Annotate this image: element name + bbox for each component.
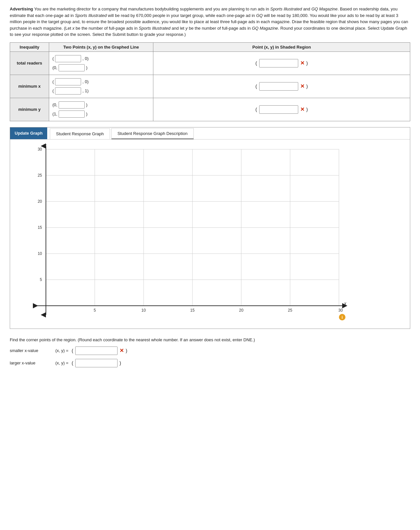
shaded-cell-total: ( ✕ ) xyxy=(157,59,407,67)
corner-point-smaller: ( ✕ ) xyxy=(72,346,127,355)
point-row-2: (0, ) xyxy=(52,64,150,71)
row-label-miny: minimum y xyxy=(10,98,49,121)
graph-container: 30 25 20 15 10 5 5 10 15 20 25 30 y x i xyxy=(10,140,410,329)
page-wrapper: Advertising You are the marketing direct… xyxy=(0,0,420,381)
points-cell-total: ( , 0) (0, ) xyxy=(52,54,150,73)
corner-eq-larger: (x, y) = xyxy=(55,361,68,365)
minx-pt1-x[interactable] xyxy=(55,78,81,85)
points-cell-miny: (0, ) (1, ) xyxy=(52,100,150,119)
svg-text:30: 30 xyxy=(38,147,42,152)
col-shaded: Point (x, y) in Shaded Region xyxy=(153,42,410,52)
row-shaded-miny: ( ✕ ) xyxy=(153,98,410,121)
shaded-point-minx: ( ✕ ) xyxy=(256,82,308,91)
col-two-points: Two Points (x, y) on the Graphed Line xyxy=(49,42,153,52)
shaded-cell-miny: ( ✕ ) xyxy=(157,105,407,114)
problem-text: Advertising You are the marketing direct… xyxy=(10,6,410,38)
svg-text:5: 5 xyxy=(94,308,96,313)
corner-section: Find the corner points of the region. (R… xyxy=(10,337,410,367)
tab-student-response-graph[interactable]: Student Response Graph xyxy=(50,128,110,139)
graph-section: Update Graph Student Response Graph Stud… xyxy=(10,127,410,329)
corner-label-larger: larger x-value xyxy=(10,361,52,365)
x-mark-corner-smaller: ✕ xyxy=(119,347,124,354)
svg-text:15: 15 xyxy=(190,308,195,313)
corner-eq-smaller: (x, y) = xyxy=(55,348,68,353)
shaded-point-miny: ( ✕ ) xyxy=(256,105,308,114)
row-label-total: total readers xyxy=(10,52,49,75)
svg-text:30: 30 xyxy=(338,308,343,313)
point-row-5: (0, ) xyxy=(52,101,150,109)
minx-shaded-input[interactable] xyxy=(259,82,298,91)
points-cell-minx: ( , 0) ( , 1) xyxy=(52,77,150,96)
total-pt2-y[interactable] xyxy=(59,64,85,71)
corner-label-smaller: smaller x-value xyxy=(10,348,52,353)
svg-text:25: 25 xyxy=(38,173,42,178)
shaded-point-total: ( ✕ ) xyxy=(256,59,308,67)
point-row-3: ( , 0) xyxy=(52,78,150,85)
table-row: minimum x ( , 0) ( , 1) xyxy=(10,75,410,98)
corner-point-larger: ( ) xyxy=(72,359,121,367)
x-mark-minx: ✕ xyxy=(300,83,304,89)
problem-title: Advertising xyxy=(10,7,33,11)
row-shaded-minx: ( ✕ ) xyxy=(153,75,410,98)
row-points-miny: (0, ) (1, ) xyxy=(49,98,153,121)
x-mark-miny: ✕ xyxy=(300,106,304,112)
svg-text:20: 20 xyxy=(38,199,42,204)
svg-text:10: 10 xyxy=(141,308,146,313)
total-shaded-input[interactable] xyxy=(259,59,298,67)
corner-smaller-input[interactable] xyxy=(75,346,118,355)
corner-intro: Find the corner points of the region. (R… xyxy=(10,337,410,343)
table-row: minimum y (0, ) (1, ) xyxy=(10,98,410,121)
svg-text:i: i xyxy=(342,315,343,320)
miny-pt2-y[interactable] xyxy=(59,110,85,118)
update-graph-button[interactable]: Update Graph xyxy=(10,127,47,140)
col-inequality: Inequality xyxy=(10,42,49,52)
minx-pt2-x[interactable] xyxy=(55,87,81,95)
svg-text:y: y xyxy=(44,143,47,148)
total-pt1-x[interactable] xyxy=(55,55,81,62)
graph-svg: 30 25 20 15 10 5 5 10 15 20 25 30 y x i xyxy=(20,143,378,325)
tab-student-response-description[interactable]: Student Response Graph Description xyxy=(111,128,194,139)
table-row: total readers ( , 0) (0, ) xyxy=(10,52,410,75)
point-row-4: ( , 1) xyxy=(52,87,150,95)
miny-shaded-input[interactable] xyxy=(259,105,298,114)
shaded-cell-minx: ( ✕ ) xyxy=(157,82,407,91)
row-points-minx: ( , 0) ( , 1) xyxy=(49,75,153,98)
svg-text:10: 10 xyxy=(38,251,42,256)
inequality-table: Inequality Two Points (x, y) on the Grap… xyxy=(10,42,410,121)
point-row-1: ( , 0) xyxy=(52,55,150,62)
svg-text:20: 20 xyxy=(239,308,244,313)
miny-pt1-y[interactable] xyxy=(59,101,85,109)
svg-text:x: x xyxy=(344,301,346,306)
point-row-6: (1, ) xyxy=(52,110,150,118)
corner-larger-input[interactable] xyxy=(75,359,118,367)
corner-row-smaller: smaller x-value (x, y) = ( ✕ ) xyxy=(10,346,410,355)
row-points-total: ( , 0) (0, ) xyxy=(49,52,153,75)
graph-tabs: Student Response Graph Student Response … xyxy=(50,127,195,140)
corner-row-larger: larger x-value (x, y) = ( ) xyxy=(10,359,410,367)
svg-text:25: 25 xyxy=(288,308,292,313)
graph-header: Update Graph Student Response Graph Stud… xyxy=(10,127,410,140)
svg-text:15: 15 xyxy=(38,225,42,230)
row-label-minx: minimum x xyxy=(10,75,49,98)
svg-text:5: 5 xyxy=(40,277,42,282)
row-shaded-total: ( ✕ ) xyxy=(153,52,410,75)
x-mark-total: ✕ xyxy=(300,60,304,66)
